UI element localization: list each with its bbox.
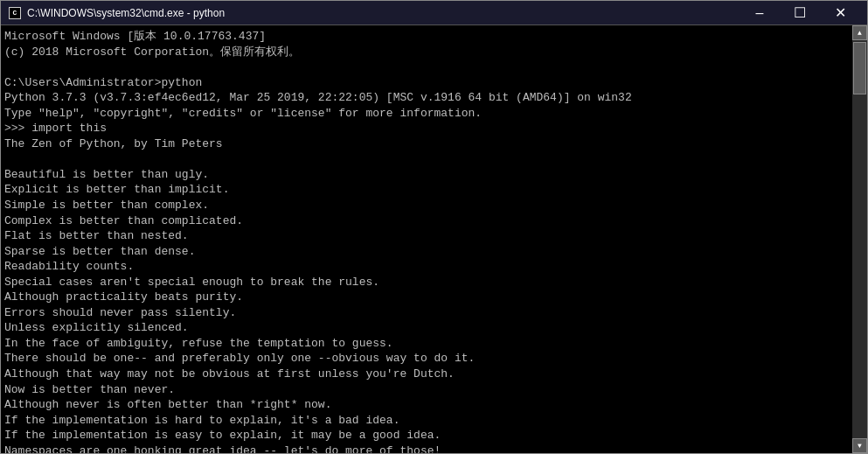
- console-output: Microsoft Windows [版本 10.0.17763.437] (c…: [4, 29, 849, 453]
- cmd-window: C C:\WINDOWS\system32\cmd.exe - python –…: [0, 0, 868, 454]
- window-controls: – ☐ ✕: [740, 1, 860, 25]
- cmd-icon-container: C: [8, 6, 22, 20]
- cmd-icon: C: [9, 7, 21, 19]
- scroll-thumb[interactable]: [853, 42, 866, 94]
- console-body: Microsoft Windows [版本 10.0.17763.437] (c…: [1, 25, 867, 453]
- scroll-track[interactable]: [852, 40, 867, 438]
- maximize-button[interactable]: ☐: [780, 1, 820, 25]
- title-bar-left: C C:\WINDOWS\system32\cmd.exe - python: [8, 6, 225, 20]
- scroll-up-arrow[interactable]: ▲: [852, 25, 867, 40]
- window-title: C:\WINDOWS\system32\cmd.exe - python: [27, 7, 225, 19]
- close-button[interactable]: ✕: [820, 1, 860, 25]
- minimize-button[interactable]: –: [740, 1, 780, 25]
- console-content: Microsoft Windows [版本 10.0.17763.437] (c…: [1, 25, 852, 453]
- title-bar: C C:\WINDOWS\system32\cmd.exe - python –…: [1, 1, 867, 25]
- scroll-down-arrow[interactable]: ▼: [852, 438, 867, 453]
- scrollbar[interactable]: ▲ ▼: [852, 25, 867, 453]
